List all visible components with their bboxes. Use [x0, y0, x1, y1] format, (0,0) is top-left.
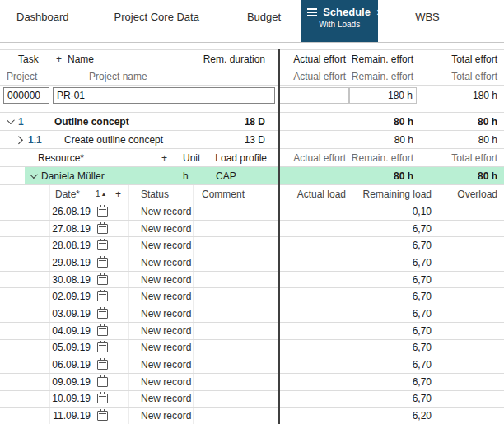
load-row[interactable]: 10.09.19 New record 6,70: [0, 391, 504, 408]
comment-cell[interactable]: [193, 408, 278, 424]
date-cell[interactable]: 10.09.19: [49, 391, 96, 408]
comment-cell[interactable]: [193, 221, 278, 237]
calendar-icon[interactable]: [96, 309, 115, 319]
comment-cell[interactable]: [193, 237, 278, 254]
remaining-load-cell[interactable]: 6,70: [349, 291, 435, 302]
comment-cell[interactable]: [193, 203, 278, 220]
tab-wbs[interactable]: WBS: [415, 0, 440, 42]
load-row[interactable]: 06.09.19 New record 6,70: [0, 356, 504, 374]
tab-schedule[interactable]: Schedule × With Loads: [301, 0, 378, 42]
comment-cell[interactable]: [193, 391, 278, 408]
project-remain-effort-cell[interactable]: 180 h: [349, 87, 417, 104]
project-actual-effort-cell[interactable]: [278, 87, 349, 104]
remaining-load-cell[interactable]: 6,70: [349, 223, 435, 235]
comment-cell[interactable]: [193, 272, 278, 288]
status-cell[interactable]: New record: [128, 323, 193, 339]
expand-icon[interactable]: [16, 137, 28, 142]
remaining-load-cell[interactable]: 6,70: [349, 325, 435, 337]
load-row[interactable]: 03.09.19 New record 6,70: [0, 305, 504, 323]
date-cell[interactable]: 30.08.19: [49, 272, 96, 288]
load-row[interactable]: 02.09.19 New record 6,70: [0, 288, 504, 305]
task-row[interactable]: 1 Outline concept 18 D 80 h 80 h: [0, 113, 504, 131]
comment-cell[interactable]: [193, 288, 278, 305]
remaining-load-cell[interactable]: 6,70: [349, 342, 435, 353]
remaining-load-cell[interactable]: 6,70: [349, 274, 435, 286]
date-cell[interactable]: 28.08.19: [49, 237, 96, 254]
calendar-icon[interactable]: [96, 207, 115, 217]
project-id-input[interactable]: [3, 87, 49, 104]
collapse-icon[interactable]: [7, 119, 18, 124]
add-task-button[interactable]: +: [56, 54, 68, 65]
date-cell[interactable]: 29.08.19: [49, 254, 96, 271]
date-cell[interactable]: 09.09.19: [49, 374, 96, 390]
load-row[interactable]: 29.08.19 New record 6,70: [0, 254, 504, 272]
calendar-icon[interactable]: [96, 258, 115, 268]
tab-dashboard[interactable]: Dashboard: [16, 0, 69, 42]
close-icon[interactable]: ×: [376, 7, 383, 18]
task-row[interactable]: 1.1 Create outline concept 13 D 80 h 80 …: [0, 131, 504, 149]
date-cell[interactable]: 06.09.19: [49, 356, 96, 373]
load-row[interactable]: 05.09.19 New record 6,70: [0, 340, 504, 357]
date-cell[interactable]: 26.08.19: [49, 203, 96, 220]
status-cell[interactable]: New record: [128, 203, 193, 220]
status-cell[interactable]: New record: [128, 288, 193, 305]
remaining-load-cell[interactable]: 6,70: [349, 376, 435, 388]
status-cell[interactable]: New record: [128, 237, 193, 254]
remaining-load-cell[interactable]: 6,70: [349, 393, 435, 404]
date-cell[interactable]: 03.09.19: [49, 305, 96, 322]
comment-cell[interactable]: [193, 356, 278, 373]
load-row[interactable]: 30.08.19 New record 6,70: [0, 272, 504, 289]
remaining-load-cell[interactable]: 6,70: [349, 308, 435, 319]
comment-cell[interactable]: [193, 374, 278, 390]
sort-indicator[interactable]: 1 ▲: [96, 189, 115, 198]
collapse-icon[interactable]: [30, 173, 41, 179]
add-load-button[interactable]: +: [115, 189, 128, 200]
calendar-icon[interactable]: [96, 377, 115, 387]
calendar-icon[interactable]: [96, 411, 115, 421]
comment-cell[interactable]: [193, 323, 278, 339]
remaining-load-cell[interactable]: 6,70: [349, 240, 435, 251]
date-cell[interactable]: 05.09.19: [49, 340, 96, 356]
calendar-icon[interactable]: [96, 240, 115, 250]
calendar-icon[interactable]: [96, 394, 115, 403]
remaining-load-cell[interactable]: 6,70: [349, 359, 435, 370]
calendar-icon[interactable]: [96, 326, 115, 336]
date-cell[interactable]: 27.08.19: [49, 221, 96, 237]
load-row[interactable]: 27.08.19 New record 6,70: [0, 221, 504, 238]
remaining-load-cell[interactable]: 6,20: [349, 410, 435, 422]
load-row[interactable]: 26.08.19 New record 0,10: [0, 203, 504, 221]
tab-project-core-data[interactable]: Project Core Data: [114, 0, 199, 42]
status-cell[interactable]: New record: [128, 356, 193, 373]
load-row[interactable]: 28.08.19 New record 6,70: [0, 237, 504, 254]
status-cell[interactable]: New record: [128, 374, 193, 390]
status-cell[interactable]: New record: [128, 254, 193, 271]
date-cell[interactable]: 11.09.19: [49, 408, 96, 424]
date-cell[interactable]: 04.09.19: [49, 323, 96, 339]
status-cell[interactable]: New record: [128, 305, 193, 322]
comment-cell[interactable]: [193, 254, 278, 271]
load-row[interactable]: 11.09.19 New record 6,20: [0, 408, 504, 424]
project-row[interactable]: 180 h 180 h: [0, 86, 504, 105]
date-cell[interactable]: 02.09.19: [49, 288, 96, 305]
calendar-icon[interactable]: [96, 275, 115, 285]
resource-row[interactable]: Daniela Müller h CAP 80 h 80 h: [0, 167, 504, 185]
remaining-load-cell[interactable]: 6,70: [349, 257, 435, 268]
status-cell[interactable]: New record: [128, 408, 193, 424]
comment-cell[interactable]: [193, 305, 278, 322]
calendar-icon[interactable]: [96, 224, 115, 234]
project-name-input[interactable]: [53, 87, 275, 104]
load-row[interactable]: 09.09.19 New record 6,70: [0, 374, 504, 391]
calendar-icon[interactable]: [96, 291, 115, 301]
remaining-load-cell[interactable]: 0,10: [349, 206, 435, 217]
load-row[interactable]: 04.09.19 New record 6,70: [0, 323, 504, 340]
comment-cell[interactable]: [193, 340, 278, 356]
status-cell[interactable]: New record: [128, 391, 193, 408]
status-cell[interactable]: New record: [128, 340, 193, 356]
calendar-icon[interactable]: [96, 342, 115, 352]
status-cell[interactable]: New record: [128, 272, 193, 288]
status-cell[interactable]: New record: [128, 221, 193, 237]
menu-icon[interactable]: [307, 8, 317, 16]
add-resource-button[interactable]: +: [161, 152, 173, 164]
calendar-icon[interactable]: [96, 360, 115, 370]
tab-budget[interactable]: Budget: [247, 0, 281, 42]
